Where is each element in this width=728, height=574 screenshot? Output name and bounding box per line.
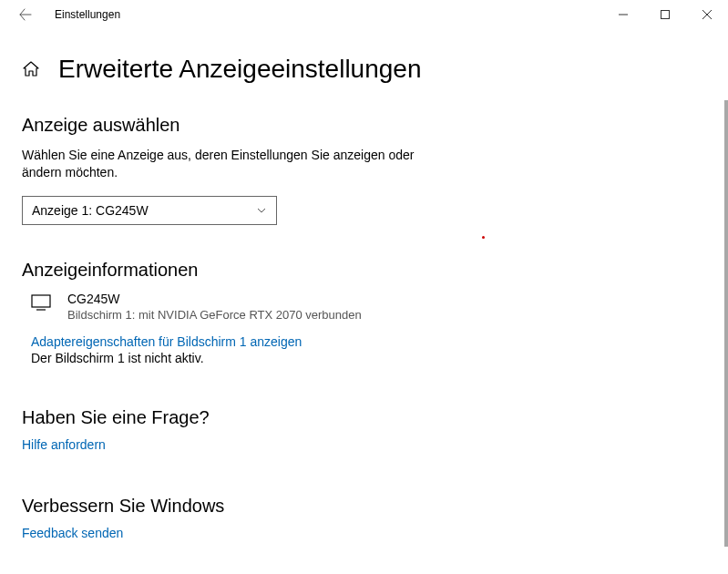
svg-rect-4 [32, 295, 50, 307]
display-status: Der Bildschirm 1 ist nicht aktiv. [31, 351, 706, 365]
help-link[interactable]: Hilfe anfordern [22, 437, 706, 452]
cursor-dot-icon [482, 236, 485, 239]
display-info-row: CG245W Bildschirm 1: mit NVIDIA GeForce … [31, 292, 706, 322]
back-button[interactable] [13, 2, 38, 27]
close-icon [702, 10, 712, 19]
adapter-properties-link[interactable]: Adaptereigenschaften für Bildschirm 1 an… [31, 334, 706, 349]
window-title: Einstellungen [55, 8, 120, 21]
feedback-link[interactable]: Feedback senden [22, 526, 706, 540]
minimize-icon [619, 10, 628, 19]
maximize-button[interactable] [644, 0, 686, 29]
scrollbar[interactable] [724, 100, 728, 547]
improve-title: Verbessern Sie Windows [22, 496, 706, 517]
arrow-left-icon [19, 8, 32, 21]
window-controls [602, 0, 728, 29]
display-info-section: Anzeigeinformationen CG245W Bildschirm 1… [22, 260, 706, 365]
display-connection: Bildschirm 1: mit NVIDIA GeForce RTX 207… [67, 308, 362, 322]
improve-section: Verbessern Sie Windows Feedback senden [22, 496, 706, 540]
chevron-down-icon [256, 205, 267, 216]
svg-rect-1 [661, 11, 670, 19]
content-area: Erweiterte Anzeigeeinstellungen Anzeige … [0, 29, 728, 540]
home-icon [22, 60, 40, 78]
display-dropdown[interactable]: Anzeige 1: CG245W [22, 196, 277, 225]
page-title: Erweiterte Anzeigeeinstellungen [58, 55, 421, 84]
select-display-section: Anzeige auswählen Wählen Sie eine Anzeig… [22, 115, 706, 225]
question-section: Haben Sie eine Frage? Hilfe anfordern [22, 407, 706, 452]
close-button[interactable] [686, 0, 728, 29]
display-info-title: Anzeigeinformationen [22, 260, 706, 281]
question-title: Haben Sie eine Frage? [22, 407, 706, 428]
select-display-title: Anzeige auswählen [22, 115, 706, 136]
titlebar: Einstellungen [0, 0, 728, 29]
select-display-description: Wählen Sie eine Anzeige aus, deren Einst… [22, 147, 423, 181]
display-name: CG245W [67, 292, 362, 306]
page-header: Erweiterte Anzeigeeinstellungen [22, 55, 706, 84]
dropdown-value: Anzeige 1: CG245W [32, 203, 149, 218]
maximize-icon [661, 10, 670, 19]
display-info-text: CG245W Bildschirm 1: mit NVIDIA GeForce … [67, 292, 362, 322]
minimize-button[interactable] [602, 0, 644, 29]
home-button[interactable] [22, 60, 40, 78]
monitor-icon [31, 294, 51, 314]
